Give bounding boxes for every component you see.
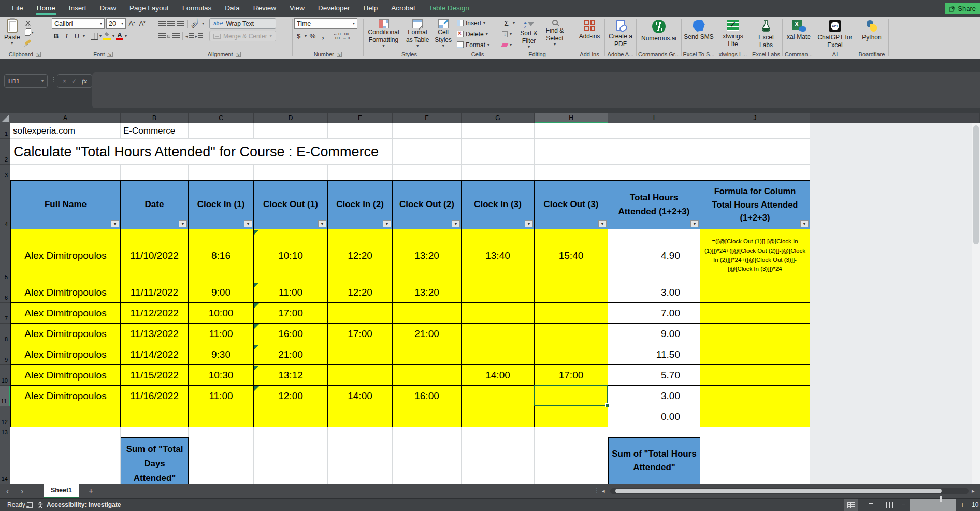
- cell-J14[interactable]: [700, 437, 810, 484]
- cell-H13[interactable]: [535, 427, 608, 437]
- cell-H8[interactable]: [535, 324, 608, 344]
- wrap-text-button[interactable]: ab↵ Wrap Text: [209, 18, 276, 29]
- formula-input[interactable]: [92, 72, 980, 108]
- cell-G11[interactable]: [462, 386, 535, 406]
- cell-A6[interactable]: Alex Dimitropoulos: [10, 282, 121, 303]
- cell-D11[interactable]: 12:00: [254, 386, 328, 406]
- cell-I2[interactable]: [608, 139, 700, 165]
- cell-F8[interactable]: 21:00: [393, 324, 462, 344]
- cell-J12[interactable]: [700, 406, 810, 427]
- cell-C5[interactable]: 8:16: [189, 229, 254, 282]
- ribbon-tab-view[interactable]: View: [283, 0, 311, 17]
- cell-G7[interactable]: [462, 303, 535, 324]
- filter-dropdown-icon[interactable]: ▼: [800, 220, 809, 227]
- cell-F13[interactable]: [393, 427, 462, 437]
- cell-B13[interactable]: [121, 427, 189, 437]
- cell-E7[interactable]: [328, 303, 393, 324]
- cell-E8[interactable]: 17:00: [328, 324, 393, 344]
- cell-H1[interactable]: [535, 123, 608, 139]
- paste-button[interactable]: Paste ▾: [2, 18, 23, 50]
- cell-I11[interactable]: 3.00: [608, 386, 700, 406]
- cell-D12[interactable]: [254, 406, 328, 427]
- zoom-slider[interactable]: [910, 499, 956, 511]
- row-header-2[interactable]: 2: [0, 139, 10, 165]
- align-left-icon[interactable]: [158, 33, 166, 39]
- ribbon-tab-data[interactable]: Data: [218, 0, 247, 17]
- cell-C3[interactable]: [189, 165, 254, 180]
- filter-dropdown-icon[interactable]: ▼: [244, 220, 252, 227]
- empty-sheet-area[interactable]: [810, 123, 972, 484]
- cell-A5[interactable]: Alex Dimitropoulos: [10, 229, 121, 282]
- cell-B7[interactable]: 11/12/2022: [121, 303, 189, 324]
- cell-B10[interactable]: 11/15/2022: [121, 365, 189, 386]
- cell-H9[interactable]: [535, 344, 608, 365]
- row-header-11[interactable]: 11: [0, 386, 10, 406]
- cell-D10[interactable]: 13:12: [254, 365, 328, 386]
- cell-H5[interactable]: 15:40: [535, 229, 608, 282]
- ribbon-tab-review[interactable]: Review: [247, 0, 283, 17]
- xlwings-lite-button[interactable]: ✓xlwings Lite: [717, 18, 748, 50]
- cell-E6[interactable]: 12:20: [328, 282, 393, 303]
- cell-F11[interactable]: 16:00: [393, 386, 462, 406]
- filter-dropdown-icon[interactable]: ▼: [690, 220, 699, 227]
- percent-style-button[interactable]: %: [308, 32, 317, 40]
- cell-B1[interactable]: E-Commerce: [121, 123, 189, 139]
- cell-B12[interactable]: [121, 406, 189, 427]
- cell-B6[interactable]: 11/11/2022: [121, 282, 189, 303]
- cell-A1[interactable]: softexperia.com: [10, 123, 121, 139]
- increase-decimal-icon[interactable]: ←.0.00: [333, 32, 341, 40]
- ribbon-tab-formulas[interactable]: Formulas: [176, 0, 218, 17]
- cell-B8[interactable]: 11/13/2022: [121, 324, 189, 344]
- column-header-G[interactable]: G: [462, 113, 535, 123]
- vertical-scrollbar[interactable]: [972, 123, 980, 484]
- dialog-launcher-icon[interactable]: ↘: [107, 52, 113, 57]
- cell-H10[interactable]: 17:00: [535, 365, 608, 386]
- italic-button[interactable]: I: [62, 32, 71, 40]
- xai-mate-button[interactable]: Xxai-Mate: [784, 18, 814, 50]
- row-header-6[interactable]: 6: [0, 282, 10, 303]
- ribbon-tab-help[interactable]: Help: [357, 0, 385, 17]
- font-name-select[interactable]: Calibri▾: [52, 18, 105, 29]
- ribbon-tab-insert[interactable]: Insert: [62, 0, 93, 17]
- number-format-select[interactable]: Time▾: [294, 18, 357, 29]
- add-sheet-button[interactable]: +: [84, 484, 97, 498]
- cell-B11[interactable]: 11/16/2022: [121, 386, 189, 406]
- table-header-I[interactable]: Total Hours Attended (1+2+3)▼: [608, 180, 700, 229]
- cell-D7[interactable]: 17:00: [254, 303, 328, 324]
- ribbon-tab-draw[interactable]: Draw: [93, 0, 123, 17]
- cell-I5[interactable]: 4.90: [608, 229, 700, 282]
- column-header-C[interactable]: C: [189, 113, 254, 123]
- fill-button[interactable]: ↓▾: [502, 29, 515, 39]
- decrease-font-size-button[interactable]: A▾: [138, 20, 147, 27]
- copy-button[interactable]: ▾: [25, 29, 34, 36]
- borders-icon[interactable]: [91, 33, 98, 40]
- filter-dropdown-icon[interactable]: ▼: [452, 220, 460, 227]
- cell-G10[interactable]: 14:00: [462, 365, 535, 386]
- cell-H3[interactable]: [535, 165, 608, 180]
- column-header-I[interactable]: I: [608, 113, 700, 123]
- cell-G12[interactable]: [462, 406, 535, 427]
- cell-F9[interactable]: [393, 344, 462, 365]
- cell-F5[interactable]: 13:20: [393, 229, 462, 282]
- decrease-indent-icon[interactable]: ◂: [185, 33, 194, 39]
- cell-F10[interactable]: [393, 365, 462, 386]
- numerous-ai-button[interactable]: Numerous.ai: [638, 18, 680, 50]
- cell-B3[interactable]: [121, 165, 189, 180]
- ribbon-tab-file[interactable]: File: [5, 0, 30, 17]
- spreadsheet-grid[interactable]: ABCDEFGHIJ1234567891011121314softexperia…: [0, 113, 980, 484]
- cell-C13[interactable]: [189, 427, 254, 437]
- select-all-corner[interactable]: [0, 113, 10, 123]
- cell-I7[interactable]: 7.00: [608, 303, 700, 324]
- table-header-F[interactable]: Clock Out (2)▼: [393, 180, 462, 229]
- cell-styles-button[interactable]: Cell Styles▾: [433, 18, 453, 50]
- page-break-view-button[interactable]: [883, 499, 896, 511]
- page-layout-view-button[interactable]: [864, 499, 877, 511]
- cell-I3[interactable]: [608, 165, 700, 180]
- cell-F6[interactable]: 13:20: [393, 282, 462, 303]
- cell-D5[interactable]: 10:10: [254, 229, 328, 282]
- ribbon-tab-acrobat[interactable]: Acrobat: [384, 0, 422, 17]
- cell-H6[interactable]: [535, 282, 608, 303]
- horizontal-scrollbar-thumb[interactable]: [615, 489, 942, 493]
- cell-G8[interactable]: [462, 324, 535, 344]
- zoom-slider-handle[interactable]: [940, 496, 942, 502]
